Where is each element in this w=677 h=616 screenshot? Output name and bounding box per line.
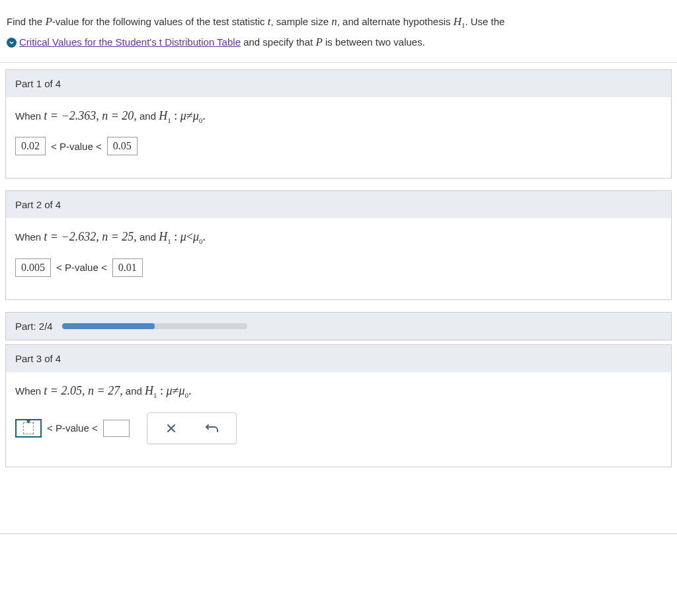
part-2-upper-input[interactable]: 0.01 [112,258,143,277]
undo-button[interactable] [198,417,227,440]
part-3-block: Part 3 of 4 When t = 2.05, n = 27, and H… [5,344,672,467]
part-1-hypothesis: When t = −2.363, n = 20, and H1 : μ≠μ0. [15,109,662,124]
part-2-block: Part 2 of 4 When t = −2.632, n = 25, and… [5,190,672,300]
part-3-answer-row: < P-value < [15,412,662,444]
part-2-answer-row: 0.005 < P-value < 0.01 [15,258,662,277]
progress-fill [62,323,155,329]
part-2-hypothesis: When t = −2.632, n = 25, and H1 : μ<μ0. [15,230,662,245]
pvalue-label: < P-value < [55,262,108,273]
bottom-rule [0,533,677,534]
part-2-lower-input[interactable]: 0.005 [15,258,51,277]
pvalue-label: < P-value < [50,141,103,152]
progress-bar [62,323,247,329]
part-1-upper-input[interactable]: 0.05 [107,137,138,155]
part-3-upper-input[interactable] [103,420,130,437]
table-link[interactable]: Critical Values for the Student's t Dist… [19,36,241,48]
clear-button[interactable] [157,417,186,440]
intro-after-link: and specify that P is between two values… [241,36,425,48]
part-1-header: Part 1 of 4 [6,70,671,97]
part-2-header: Part 2 of 4 [6,191,671,218]
intro-text: Find the P-value for the following value… [7,16,504,27]
progress-block: Part: 2/4 [5,312,672,340]
part-3-hypothesis: When t = 2.05, n = 27, and H1 : μ≠μ0. [15,384,662,399]
question-intro: Find the P-value for the following value… [0,0,677,63]
part-1-block: Part 1 of 4 When t = −2.363, n = 20, and… [5,69,672,179]
pvalue-label: < P-value < [46,422,99,434]
expand-icon[interactable] [7,38,17,48]
progress-label: Part: 2/4 [15,321,53,332]
part-1-lower-input[interactable]: 0.02 [15,137,46,155]
part-3-lower-input[interactable] [15,419,42,438]
part-1-answer-row: 0.02 < P-value < 0.05 [15,137,662,155]
part-3-header: Part 3 of 4 [6,345,671,372]
text-cursor-icon [23,422,34,434]
action-buttons [147,412,237,444]
